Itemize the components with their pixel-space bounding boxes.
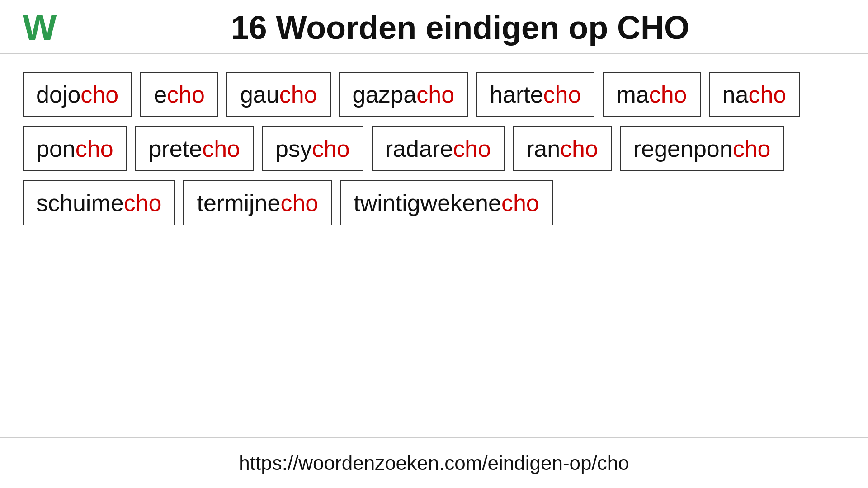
page-header: W 16 Woorden eindigen op CHO <box>0 0 868 54</box>
word-suffix: cho <box>649 81 687 108</box>
word-suffix: cho <box>124 190 162 216</box>
word-text: dojocho <box>36 81 118 108</box>
word-box: rancho <box>513 126 612 171</box>
word-suffix: cho <box>560 136 598 162</box>
word-text: rancho <box>526 135 598 162</box>
word-box: pretecho <box>135 126 254 171</box>
word-text: hartecho <box>490 81 581 108</box>
word-text: gaucho <box>240 81 317 108</box>
word-box: psycho <box>262 126 363 171</box>
word-suffix: cho <box>312 136 350 162</box>
word-row-3: schuimechotermijnechotwintigwekenecho <box>23 180 845 225</box>
word-box: twintigwekenecho <box>340 180 552 225</box>
words-content: dojochoechogauchogazpachohartechomachona… <box>0 54 868 437</box>
word-suffix: cho <box>75 136 113 162</box>
word-text: termijnecho <box>197 189 318 216</box>
word-box: radarecho <box>372 126 505 171</box>
word-text: nacho <box>722 81 787 108</box>
word-suffix: cho <box>167 81 205 108</box>
word-box: nacho <box>709 72 800 117</box>
word-text: poncho <box>36 135 113 162</box>
word-suffix: cho <box>80 81 118 108</box>
word-suffix: cho <box>733 136 771 162</box>
page-footer: https://woordenzoeken.com/eindigen-op/ch… <box>0 437 868 488</box>
word-suffix: cho <box>280 190 318 216</box>
word-suffix: cho <box>202 136 240 162</box>
page-title: 16 Woorden eindigen op CHO <box>75 9 845 46</box>
word-box: hartecho <box>476 72 594 117</box>
word-box: gazpacho <box>339 72 468 117</box>
word-suffix: cho <box>416 81 454 108</box>
word-suffix: cho <box>748 81 786 108</box>
word-box: macho <box>603 72 700 117</box>
word-suffix: cho <box>453 136 491 162</box>
word-box: echo <box>140 72 218 117</box>
word-row-1: dojochoechogauchogazpachohartechomachona… <box>23 72 845 117</box>
word-box: termijnecho <box>183 180 332 225</box>
site-logo: W <box>23 9 57 46</box>
word-box: poncho <box>23 126 127 171</box>
word-text: echo <box>154 81 205 108</box>
word-text: schuimecho <box>36 189 161 216</box>
word-text: psycho <box>275 135 350 162</box>
word-box: dojocho <box>23 72 132 117</box>
word-text: regenponcho <box>633 135 771 162</box>
word-box: regenponcho <box>620 126 784 171</box>
footer-url: https://woordenzoeken.com/eindigen-op/ch… <box>239 452 629 474</box>
word-row-2: ponchopretechopsychoradarechoranchoregen… <box>23 126 845 171</box>
word-text: radarecho <box>385 135 491 162</box>
word-box: gaucho <box>226 72 331 117</box>
word-suffix: cho <box>279 81 317 108</box>
word-box: schuimecho <box>23 180 175 225</box>
word-suffix: cho <box>501 190 539 216</box>
word-text: macho <box>616 81 687 108</box>
word-text: twintigwekenecho <box>354 189 539 216</box>
word-text: gazpacho <box>353 81 455 108</box>
word-text: pretecho <box>149 135 240 162</box>
word-suffix: cho <box>543 81 581 108</box>
